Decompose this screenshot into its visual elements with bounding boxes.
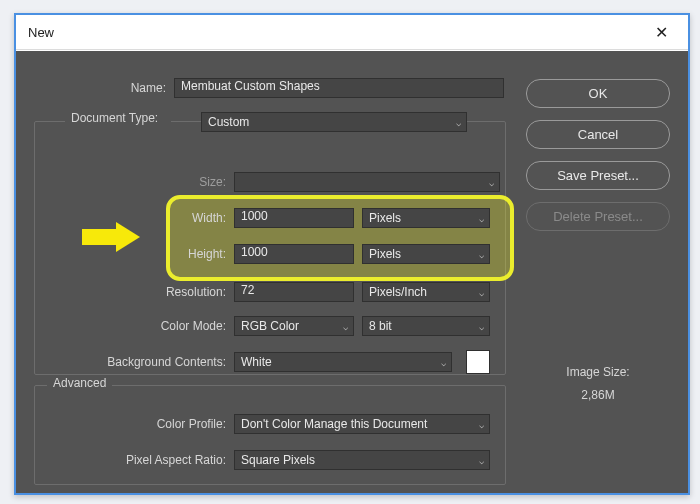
pixel-aspect-ratio-label: Pixel Aspect Ratio: <box>26 453 226 467</box>
image-size-info: Image Size: 2,86M <box>526 361 670 407</box>
width-input[interactable]: 1000 <box>234 208 354 228</box>
color-profile-select[interactable]: Don't Color Manage this Document ⌵ <box>234 414 490 434</box>
height-input[interactable]: 1000 <box>234 244 354 264</box>
dialog-body: OK Cancel Save Preset... Delete Preset..… <box>16 51 688 493</box>
chevron-down-icon: ⌵ <box>479 288 484 298</box>
ok-button[interactable]: OK <box>526 79 670 108</box>
resolution-unit-value: Pixels/Inch <box>369 285 427 299</box>
close-icon[interactable]: ✕ <box>647 19 676 46</box>
chevron-down-icon: ⌵ <box>479 214 484 224</box>
titlebar: New ✕ <box>16 15 688 50</box>
chevron-down-icon: ⌵ <box>479 322 484 332</box>
image-size-label: Image Size: <box>526 361 670 384</box>
color-profile-label: Color Profile: <box>26 417 226 431</box>
height-unit-value: Pixels <box>369 247 401 261</box>
cancel-button[interactable]: Cancel <box>526 120 670 149</box>
chevron-down-icon: ⌵ <box>489 178 494 188</box>
delete-preset-button: Delete Preset... <box>526 202 670 231</box>
resolution-input[interactable]: 72 <box>234 282 354 302</box>
background-select[interactable]: White ⌵ <box>234 352 452 372</box>
background-label: Background Contents: <box>26 355 226 369</box>
chevron-down-icon: ⌵ <box>479 456 484 466</box>
size-select[interactable]: ⌵ <box>234 172 500 192</box>
background-color-swatch[interactable] <box>466 350 490 374</box>
side-buttons: OK Cancel Save Preset... Delete Preset..… <box>526 79 670 231</box>
dialog-window: New ✕ OK Cancel Save Preset... Delete Pr… <box>14 13 690 495</box>
dialog-title: New <box>28 25 54 40</box>
chevron-down-icon: ⌵ <box>441 358 446 368</box>
settings-form: Name: Membuat Custom Shapes Document Typ… <box>26 75 512 481</box>
pixel-aspect-ratio-select[interactable]: Square Pixels ⌵ <box>234 450 490 470</box>
document-type-select[interactable]: Custom ⌵ <box>201 112 467 132</box>
chevron-down-icon: ⌵ <box>479 420 484 430</box>
color-mode-label: Color Mode: <box>26 319 226 333</box>
bit-depth-select[interactable]: 8 bit ⌵ <box>362 316 490 336</box>
background-value: White <box>241 355 272 369</box>
color-mode-select[interactable]: RGB Color ⌵ <box>234 316 354 336</box>
name-input[interactable]: Membuat Custom Shapes <box>174 78 504 98</box>
height-label: Height: <box>26 247 226 261</box>
resolution-unit-select[interactable]: Pixels/Inch ⌵ <box>362 282 490 302</box>
width-unit-select[interactable]: Pixels ⌵ <box>362 208 490 228</box>
size-label: Size: <box>26 175 226 189</box>
bit-depth-value: 8 bit <box>369 319 392 333</box>
save-preset-button[interactable]: Save Preset... <box>526 161 670 190</box>
chevron-down-icon: ⌵ <box>456 118 461 128</box>
pixel-aspect-ratio-value: Square Pixels <box>241 453 315 467</box>
image-size-value: 2,86M <box>526 384 670 407</box>
name-label: Name: <box>26 81 166 95</box>
width-label: Width: <box>26 211 226 225</box>
color-mode-value: RGB Color <box>241 319 299 333</box>
advanced-legend: Advanced <box>47 376 112 390</box>
chevron-down-icon: ⌵ <box>343 322 348 332</box>
width-unit-value: Pixels <box>369 211 401 225</box>
color-profile-value: Don't Color Manage this Document <box>241 417 427 431</box>
document-type-value: Custom <box>208 115 249 129</box>
chevron-down-icon: ⌵ <box>479 250 484 260</box>
height-unit-select[interactable]: Pixels ⌵ <box>362 244 490 264</box>
resolution-label: Resolution: <box>26 285 226 299</box>
